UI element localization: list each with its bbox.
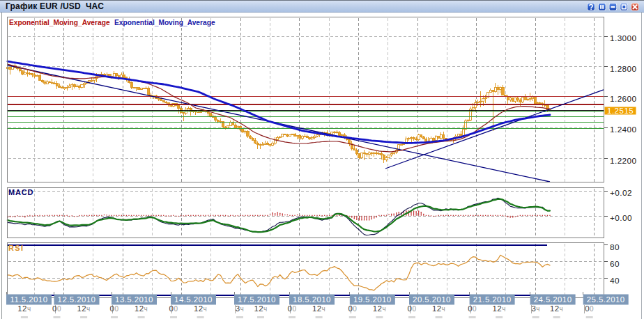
svg-text:14.5.2010: 14.5.2010 [174, 295, 213, 304]
svg-text:40: 40 [610, 276, 620, 286]
svg-text:00: 00 [468, 304, 477, 313]
svg-text:12ч: 12ч [550, 304, 563, 313]
svg-text:13.5.2010: 13.5.2010 [115, 295, 153, 304]
svg-text:1.2200: 1.2200 [610, 156, 637, 166]
svg-text:00: 00 [110, 304, 119, 313]
svg-text:+0.02: +0.02 [610, 188, 632, 198]
svg-text:12ч: 12ч [254, 304, 267, 313]
svg-text:3ч: 3ч [236, 304, 244, 313]
svg-text:00: 00 [169, 304, 178, 313]
svg-text:12ч: 12ч [432, 304, 445, 313]
svg-text:12ч: 12ч [135, 304, 148, 313]
svg-text:Exponential_Moving_Average: Exponential_Moving_Average [9, 19, 110, 26]
svg-text:11.5.2010: 11.5.2010 [10, 295, 48, 304]
svg-text:17.5.2010: 17.5.2010 [238, 295, 276, 304]
svg-text:21.5.2010: 21.5.2010 [473, 295, 512, 304]
svg-text:12ч: 12ч [194, 304, 207, 313]
svg-text:00: 00 [408, 304, 417, 313]
svg-text:1.2800: 1.2800 [610, 64, 637, 74]
svg-text:12ч: 12ч [77, 304, 90, 313]
svg-text:00: 00 [585, 304, 594, 313]
svg-text:12ч: 12ч [493, 304, 506, 313]
svg-text:00: 00 [52, 304, 61, 313]
svg-text:19.5.2010: 19.5.2010 [353, 295, 392, 304]
svg-text:1.3000: 1.3000 [610, 33, 637, 43]
svg-text:1.2515: 1.2515 [607, 107, 634, 115]
svg-text:25.5.2010: 25.5.2010 [587, 295, 625, 304]
svg-text:12ч: 12ч [17, 304, 31, 313]
svg-text:+0.00: +0.00 [610, 213, 632, 223]
svg-text:RSI: RSI [8, 244, 24, 252]
svg-text:3ч: 3ч [531, 304, 539, 313]
svg-text:18.5.2010: 18.5.2010 [293, 295, 331, 304]
svg-text:12ч: 12ч [312, 304, 325, 313]
svg-text:Exponential_Moving_Average: Exponential_Moving_Average [114, 19, 215, 26]
svg-text:00: 00 [288, 304, 297, 313]
svg-text:24.5.2010: 24.5.2010 [534, 295, 572, 304]
svg-text:12.5.2010: 12.5.2010 [58, 295, 96, 304]
svg-text:80: 80 [610, 242, 620, 252]
svg-text:MACD: MACD [8, 188, 33, 196]
svg-text:20.5.2010: 20.5.2010 [413, 295, 451, 304]
svg-text:12ч: 12ч [373, 304, 386, 313]
svg-text:1.2400: 1.2400 [610, 125, 637, 134]
svg-text:00: 00 [348, 304, 357, 313]
svg-text:1.2600: 1.2600 [610, 94, 637, 104]
svg-text:60: 60 [610, 259, 620, 269]
